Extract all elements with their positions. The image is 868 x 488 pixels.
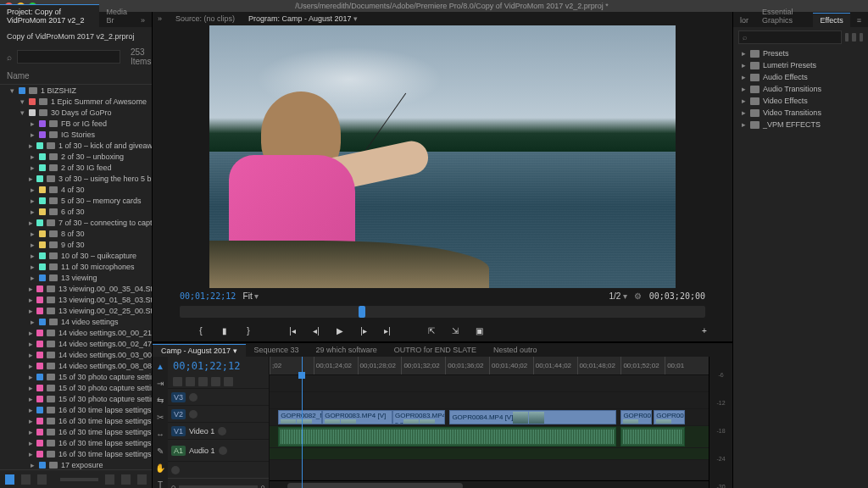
bin-row[interactable]: ▸16 of 30 time lapse settings.00_00 bbox=[0, 448, 152, 459]
project-bin-list[interactable]: ▾1 BIZSHIZ▾1 Epic Summer of Awesome▾30 D… bbox=[0, 85, 152, 469]
disclosure-icon[interactable]: ▸ bbox=[29, 208, 36, 216]
label-color-chip[interactable] bbox=[36, 297, 43, 303]
label-color-chip[interactable] bbox=[36, 429, 43, 435]
program-timecode[interactable]: 00;01;22;12 bbox=[180, 291, 236, 301]
effects-folder[interactable]: ▸Presets bbox=[733, 47, 868, 59]
timeline-playhead[interactable] bbox=[302, 357, 303, 488]
disclosure-icon[interactable]: ▸ bbox=[29, 285, 33, 293]
label-color-chip[interactable] bbox=[19, 87, 25, 94]
track-header-a1[interactable]: A1Audio 1 bbox=[168, 439, 269, 461]
label-color-chip[interactable] bbox=[39, 120, 46, 127]
lift-icon[interactable]: ⇱ bbox=[426, 324, 437, 336]
go-to-out-icon[interactable]: ▸| bbox=[381, 324, 393, 336]
bin-row[interactable]: ▾30 Days of GoPro bbox=[0, 107, 152, 118]
disclosure-icon[interactable]: ▸ bbox=[29, 241, 36, 249]
label-color-chip[interactable] bbox=[36, 142, 43, 149]
bin-row[interactable]: ▸14 video settings bbox=[0, 316, 152, 327]
disclosure-icon[interactable]: ▸ bbox=[29, 351, 33, 359]
disclosure-icon[interactable]: ▸ bbox=[29, 164, 36, 172]
disclosure-icon[interactable]: ▸ bbox=[29, 373, 33, 381]
search-icon[interactable]: ⌕ bbox=[7, 53, 12, 62]
track-lane-v2[interactable] bbox=[270, 392, 709, 409]
disclosure-icon[interactable]: ▸ bbox=[29, 186, 36, 194]
disclosure-icon[interactable]: ▸ bbox=[29, 152, 36, 161]
disclosure-icon[interactable]: ▸ bbox=[29, 417, 33, 425]
label-color-chip[interactable] bbox=[39, 197, 46, 204]
track-lane-v1[interactable]: GOPR0082_MIGOPR0083.MP4 [V]GOPR0083.MP4 … bbox=[270, 409, 709, 426]
label-color-chip[interactable] bbox=[29, 109, 36, 116]
label-color-chip[interactable] bbox=[36, 352, 43, 358]
disclosure-icon[interactable]: ▾ bbox=[8, 86, 15, 95]
bin-row[interactable]: ▸FB or IG feed bbox=[0, 118, 152, 129]
track-toggle-icon[interactable] bbox=[189, 393, 198, 402]
label-color-chip[interactable] bbox=[36, 385, 43, 391]
video-clip[interactable]: GOPR0086.MP4 bbox=[620, 410, 651, 424]
scrollbar-thumb[interactable] bbox=[287, 483, 463, 488]
freeform-view-icon[interactable] bbox=[37, 474, 47, 485]
label-color-chip[interactable] bbox=[36, 418, 43, 424]
disclosure-icon[interactable]: ▸ bbox=[29, 252, 36, 260]
snap-icon[interactable] bbox=[173, 377, 182, 386]
disclosure-icon[interactable]: ▾ bbox=[19, 97, 25, 106]
label-color-chip[interactable] bbox=[39, 230, 46, 237]
label-color-chip[interactable] bbox=[39, 131, 46, 138]
bin-row[interactable]: ▸15 of 30 photo capture settings.00 bbox=[0, 382, 152, 393]
bin-row[interactable]: ▸15 of 30 photo capture settings.00 bbox=[0, 393, 152, 404]
disclosure-icon[interactable]: ▸ bbox=[29, 329, 33, 337]
track-header-a2[interactable] bbox=[168, 461, 269, 478]
disclosure-icon[interactable]: ▸ bbox=[29, 197, 36, 205]
panel-overflow-icon[interactable]: » bbox=[134, 13, 152, 27]
audio-clip[interactable] bbox=[620, 427, 684, 446]
timeline-timecode[interactable]: 00;01;22;12 bbox=[168, 357, 269, 375]
disclosure-icon[interactable]: ▸ bbox=[29, 450, 33, 458]
label-color-chip[interactable] bbox=[36, 341, 43, 347]
new-item-icon[interactable] bbox=[121, 474, 131, 485]
marker-icon[interactable] bbox=[198, 377, 208, 386]
label-color-chip[interactable] bbox=[39, 186, 46, 193]
label-color-chip[interactable] bbox=[39, 208, 46, 215]
disclosure-icon[interactable]: ▸ bbox=[740, 61, 747, 69]
bin-row[interactable]: ▸4 of 30 bbox=[0, 184, 152, 195]
bin-row[interactable]: ▸10 of 30 – quikcapture bbox=[0, 250, 152, 261]
disclosure-icon[interactable]: ▸ bbox=[740, 49, 747, 58]
label-color-chip[interactable] bbox=[39, 319, 46, 325]
disclosure-icon[interactable]: ▸ bbox=[29, 439, 33, 447]
timeline-hscrollbar[interactable] bbox=[270, 480, 709, 488]
bin-row[interactable]: ▸13 viewing.00_00_35_04.Still008.p bbox=[0, 283, 152, 294]
selection-tool-icon[interactable]: ▲ bbox=[154, 360, 166, 372]
bin-row[interactable]: ▸3 of 30 – using the hero 5 black bbox=[0, 173, 152, 184]
disclosure-icon[interactable]: ▸ bbox=[740, 85, 747, 93]
disclosure-icon[interactable]: ▸ bbox=[29, 406, 33, 414]
disclosure-icon[interactable]: ▸ bbox=[740, 120, 747, 129]
program-playhead[interactable] bbox=[359, 306, 365, 318]
video-clip[interactable]: GOPR0086.MP4 bbox=[654, 410, 684, 424]
disclosure-icon[interactable]: ▾ bbox=[19, 108, 25, 117]
bin-row[interactable]: ▸2 of 30 – unboxing bbox=[0, 151, 152, 162]
disclosure-icon[interactable]: ▸ bbox=[29, 130, 36, 139]
export-frame-icon[interactable]: ▣ bbox=[473, 324, 485, 336]
timeline-sequence-tab[interactable]: 29 which software bbox=[308, 344, 386, 356]
bin-row[interactable]: ▸2 of 30 IG feed bbox=[0, 162, 152, 173]
new-bin-icon[interactable] bbox=[105, 474, 114, 485]
bin-row[interactable]: ▸6 of 30 bbox=[0, 206, 152, 217]
bin-row[interactable]: ▸13 viewing.00_02_25_00.Still010.p bbox=[0, 305, 152, 316]
bin-row[interactable]: ▾1 Epic Summer of Awesome bbox=[0, 96, 152, 107]
effects-folder[interactable]: ▸Video Transitions bbox=[733, 107, 868, 119]
disclosure-icon[interactable]: ▸ bbox=[29, 461, 36, 469]
track-lane-v3[interactable] bbox=[270, 375, 709, 392]
track-select-tool-icon[interactable]: ⇥ bbox=[154, 377, 166, 389]
mark-in-icon[interactable]: { bbox=[195, 324, 207, 336]
bin-row[interactable]: ▸14 video settings.00_03_00_22.Stil bbox=[0, 349, 152, 360]
fx-badge-yuv-icon[interactable] bbox=[860, 33, 863, 42]
tab-lumetri-color[interactable]: lor bbox=[733, 13, 755, 27]
ripple-edit-tool-icon[interactable]: ⇆ bbox=[154, 394, 166, 406]
bin-row[interactable]: ▸16 of 30 time lapse settings.00_00 bbox=[0, 415, 152, 426]
play-icon[interactable]: ▶ bbox=[334, 324, 346, 336]
tab-media-browser[interactable]: Media Br bbox=[99, 4, 134, 27]
effects-list[interactable]: ▸Presets▸Lumetri Presets▸Audio Effects▸A… bbox=[733, 47, 868, 488]
track-toggle-icon[interactable] bbox=[219, 446, 227, 455]
label-color-chip[interactable] bbox=[39, 241, 46, 248]
disclosure-icon[interactable]: ▸ bbox=[29, 318, 36, 326]
panel-menu-icon[interactable]: ≡ bbox=[850, 13, 868, 27]
disclosure-icon[interactable]: ▸ bbox=[29, 428, 33, 436]
